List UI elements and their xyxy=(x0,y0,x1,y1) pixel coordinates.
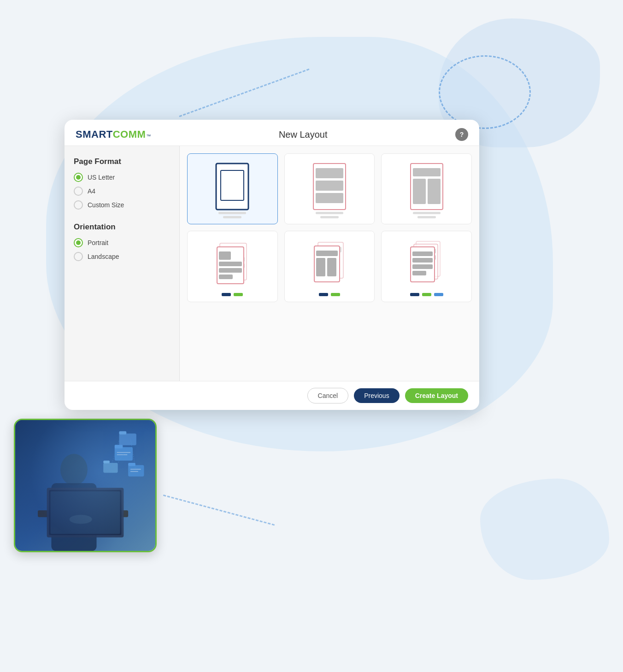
page-format-options: US Letter A4 Custom Size xyxy=(74,173,170,210)
layout-preview-2 xyxy=(309,161,350,212)
layout-card-5[interactable] xyxy=(284,231,375,302)
dot-5-2 xyxy=(331,293,340,296)
radio-custom-size[interactable]: Custom Size xyxy=(74,200,170,210)
create-layout-button[interactable]: Create Layout xyxy=(405,388,468,403)
svg-rect-47 xyxy=(316,251,338,256)
radio-landscape[interactable]: Landscape xyxy=(74,252,170,261)
svg-rect-48 xyxy=(316,258,325,276)
previous-button[interactable]: Previous xyxy=(354,388,399,403)
photo-overlay xyxy=(15,420,155,551)
radio-custom-circle xyxy=(74,200,83,210)
logo-smart: SMART xyxy=(76,129,113,140)
card-label-short-3 xyxy=(417,216,436,218)
logo-tm: ™ xyxy=(146,134,151,139)
svg-rect-26 xyxy=(316,168,343,178)
layout-card-6[interactable] xyxy=(381,231,472,302)
radio-us-letter-dot xyxy=(76,175,81,180)
svg-rect-28 xyxy=(316,193,343,203)
card-label-1 xyxy=(218,212,246,214)
card-dots-5 xyxy=(319,293,340,296)
svg-rect-40 xyxy=(219,268,242,273)
layout-card-2[interactable] xyxy=(284,153,375,224)
layout-card-1[interactable] xyxy=(187,153,278,224)
layout-card-4[interactable] xyxy=(187,231,278,302)
photo-card xyxy=(14,419,157,552)
card-dots-6 xyxy=(410,293,443,296)
svg-rect-38 xyxy=(219,251,231,260)
layout-card-3[interactable] xyxy=(381,153,472,224)
card-label-short-1 xyxy=(223,216,241,218)
card-label-short-2 xyxy=(320,216,339,218)
right-panel xyxy=(180,146,479,381)
svg-rect-55 xyxy=(412,251,433,256)
layout-preview-1 xyxy=(212,161,253,212)
dialog-footer: Cancel Previous Create Layout xyxy=(65,381,479,410)
radio-us-letter[interactable]: US Letter xyxy=(74,173,170,182)
svg-rect-27 xyxy=(316,181,343,191)
svg-rect-30 xyxy=(413,168,441,176)
radio-a4-label: A4 xyxy=(88,187,95,195)
radio-portrait-circle xyxy=(74,238,83,247)
svg-rect-56 xyxy=(412,258,433,263)
dialog: SMART COMM ™ New Layout ? Page Format US… xyxy=(65,120,479,410)
svg-rect-49 xyxy=(327,258,336,276)
radio-us-letter-circle xyxy=(74,173,83,182)
radio-portrait[interactable]: Portrait xyxy=(74,238,170,247)
radio-a4-circle xyxy=(74,187,83,196)
dot-6-3 xyxy=(434,293,443,296)
left-panel: Page Format US Letter A4 Cu xyxy=(65,146,180,381)
dot-6-2 xyxy=(422,293,431,296)
radio-portrait-dot xyxy=(76,240,81,245)
logo: SMART COMM ™ xyxy=(76,129,151,140)
radio-custom-label: Custom Size xyxy=(88,201,124,209)
card-label-2 xyxy=(316,212,343,214)
radio-landscape-circle xyxy=(74,252,83,261)
photo-card-inner xyxy=(15,420,155,551)
radio-landscape-label: Landscape xyxy=(88,253,119,260)
radio-portrait-label: Portrait xyxy=(88,239,108,246)
card-dots-4 xyxy=(222,293,243,296)
dashed-circle-decoration xyxy=(439,55,531,129)
svg-rect-39 xyxy=(219,262,242,266)
logo-comm: COMM xyxy=(113,129,146,140)
layout-preview-6 xyxy=(406,239,447,289)
layout-preview-5 xyxy=(309,239,350,289)
svg-rect-32 xyxy=(428,179,441,204)
orientation-options: Portrait Landscape xyxy=(74,238,170,261)
dot-4-1 xyxy=(222,293,231,296)
dot-4-2 xyxy=(234,293,243,296)
svg-rect-24 xyxy=(221,170,244,200)
dashed-line-bottom xyxy=(163,495,275,526)
dialog-header: SMART COMM ™ New Layout ? xyxy=(65,120,479,146)
dot-5-1 xyxy=(319,293,328,296)
dashed-line-top xyxy=(179,69,310,117)
svg-rect-58 xyxy=(412,271,426,275)
help-button[interactable]: ? xyxy=(455,128,468,141)
radio-a4[interactable]: A4 xyxy=(74,187,170,196)
page-format-title: Page Format xyxy=(74,157,170,166)
orientation-title: Orientation xyxy=(74,222,170,232)
svg-rect-57 xyxy=(412,264,433,269)
svg-rect-31 xyxy=(413,179,426,204)
card-label-3 xyxy=(413,212,441,214)
radio-us-letter-label: US Letter xyxy=(88,174,115,181)
layout-grid xyxy=(187,153,472,302)
dialog-title: New Layout xyxy=(151,129,455,140)
svg-rect-41 xyxy=(219,275,233,279)
blob-bottom-right xyxy=(480,479,609,580)
dot-6-1 xyxy=(410,293,419,296)
cancel-button[interactable]: Cancel xyxy=(307,388,349,403)
dialog-body: Page Format US Letter A4 Cu xyxy=(65,146,479,381)
layout-preview-3 xyxy=(406,161,447,212)
layout-preview-4 xyxy=(212,239,253,289)
